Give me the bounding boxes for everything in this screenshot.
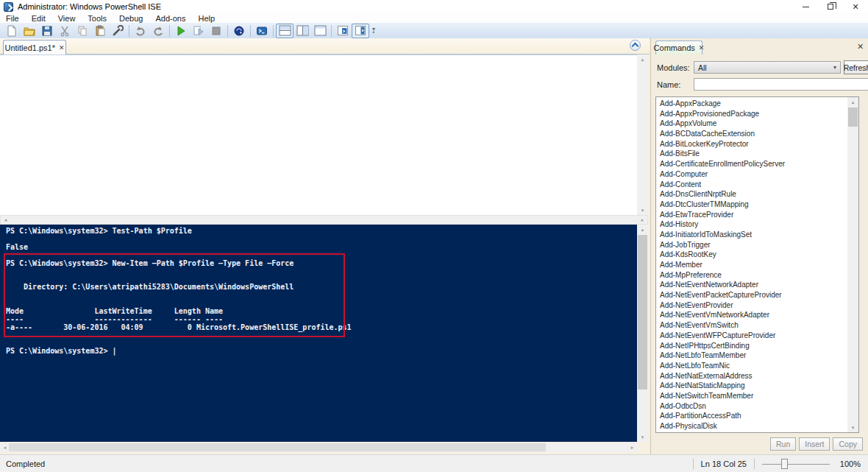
insert-button[interactable]: Insert xyxy=(799,437,830,451)
copy-button[interactable] xyxy=(74,24,91,38)
show-command-addon-button[interactable] xyxy=(352,24,369,38)
stop-operation-button[interactable] xyxy=(207,24,225,38)
command-item[interactable]: Add-Computer xyxy=(656,169,858,180)
save-button[interactable] xyxy=(38,24,56,38)
copy-command-button[interactable]: Copy xyxy=(833,437,863,451)
editor-vertical-scrollbar[interactable]: ▴ ▾ xyxy=(637,54,648,215)
command-item[interactable]: Add-NetLbfoTeamMember xyxy=(656,351,858,361)
minimize-button[interactable] xyxy=(793,0,818,13)
redo-button[interactable] xyxy=(149,24,167,38)
script-tab-close-icon[interactable]: ✕ xyxy=(59,44,65,52)
command-item[interactable]: Add-Member xyxy=(656,260,858,270)
console-vertical-scrollbar[interactable]: ▴ ▾ xyxy=(637,225,648,442)
command-item[interactable]: Add-BitsFile xyxy=(656,149,858,159)
menu-item[interactable]: Debug xyxy=(119,14,143,23)
close-button[interactable]: ✕ xyxy=(843,0,868,13)
scroll-right-icon[interactable]: ▸ xyxy=(638,215,647,225)
scroll-up-icon[interactable]: ▴ xyxy=(638,54,647,64)
commands-tab-close-icon[interactable]: ✕ xyxy=(699,44,705,52)
command-item[interactable]: Add-BCDataCacheExtension xyxy=(656,129,858,139)
show-script-pane-right-button[interactable] xyxy=(294,24,311,38)
script-tab[interactable]: Untitled1.ps1* ✕ xyxy=(3,40,66,54)
script-editor[interactable] xyxy=(0,54,637,215)
commands-tab[interactable]: Commands ✕ xyxy=(655,40,702,54)
toolbar-overflow-button[interactable]: ▾▪ xyxy=(372,28,375,34)
command-item[interactable]: Add-NetSwitchTeamMember xyxy=(656,391,858,401)
paste-button[interactable] xyxy=(91,24,109,38)
zoom-slider-track xyxy=(762,464,830,465)
open-script-button[interactable] xyxy=(21,24,38,38)
command-item[interactable]: Add-EtwTraceProvider xyxy=(656,210,858,220)
command-item[interactable]: Add-DnsClientNrptRule xyxy=(656,189,858,200)
name-input[interactable] xyxy=(694,78,868,91)
scroll-down-icon[interactable]: ▾ xyxy=(638,205,647,215)
commands-panel-close-icon[interactable]: ✕ xyxy=(857,42,864,52)
new-remote-powershell-tab-button[interactable] xyxy=(230,24,248,38)
modules-dropdown[interactable]: All ▾ xyxy=(694,61,841,74)
command-item[interactable]: Add-BitLockerKeyProtector xyxy=(656,139,858,149)
close-icon: ✕ xyxy=(852,2,858,12)
console-pane[interactable]: PS C:\Windows\system32> Test-Path $Profi… xyxy=(0,225,637,442)
undo-button[interactable] xyxy=(132,24,149,38)
scroll-down-icon[interactable]: ▾ xyxy=(638,432,647,442)
command-item[interactable]: Add-InitiatorIdToMaskingSet xyxy=(656,230,858,240)
console-horizontal-scrollbar[interactable]: ◂ ▸ xyxy=(0,443,637,452)
menu-item[interactable]: View xyxy=(58,14,76,23)
scroll-up-icon[interactable]: ▴ xyxy=(638,225,647,234)
command-item[interactable]: Add-NetIPHttpsCertBinding xyxy=(656,341,858,351)
command-item[interactable]: Add-OdbcDsn xyxy=(656,401,858,412)
console-vscroll-thumb[interactable] xyxy=(638,235,647,390)
command-item[interactable]: Add-NetEventVmSwitch xyxy=(656,320,858,331)
zoom-slider-thumb[interactable] xyxy=(781,459,788,469)
command-item[interactable]: Add-Content xyxy=(656,180,858,190)
new-script-button[interactable] xyxy=(3,24,21,38)
menu-item[interactable]: Tools xyxy=(88,14,107,23)
run-script-button[interactable] xyxy=(172,24,190,38)
menu-item[interactable]: Add-ons xyxy=(155,14,185,23)
console-hscroll-thumb[interactable] xyxy=(9,443,546,451)
command-item[interactable]: Add-DtcClusterTMMapping xyxy=(656,200,858,210)
start-powershell-button[interactable] xyxy=(253,24,271,38)
show-command-window-button[interactable] xyxy=(334,24,352,38)
command-item[interactable]: Add-History xyxy=(656,219,858,230)
command-item[interactable]: Add-NetLbfoTeamNic xyxy=(656,361,858,371)
menu-item[interactable]: Help xyxy=(198,14,215,23)
command-item[interactable]: Add-NetEventVmNetworkAdapter xyxy=(656,310,858,320)
command-item[interactable]: Add-AppxProvisionedPackage xyxy=(656,109,858,119)
command-item[interactable]: Add-AppxVolume xyxy=(656,119,858,129)
show-script-pane-top-button[interactable] xyxy=(276,24,294,38)
command-list-scrollbar[interactable]: ▴ ▾ xyxy=(847,97,858,432)
show-script-pane-maximized-button[interactable] xyxy=(311,24,329,38)
menu-item[interactable]: File xyxy=(6,14,19,23)
command-item[interactable]: Add-CertificateEnrollmentPolicyServer xyxy=(656,159,858,169)
command-item[interactable]: Add-NetEventProvider xyxy=(656,300,858,311)
command-item[interactable]: Add-NetEventPacketCaptureProvider xyxy=(656,290,858,300)
command-item[interactable]: Add-NetEventWFPCaptureProvider xyxy=(656,331,858,341)
command-item[interactable]: Add-NetEventNetworkAdapter xyxy=(656,280,858,290)
command-item[interactable]: Add-AppxPackage xyxy=(656,99,858,109)
scroll-right-icon[interactable]: ▸ xyxy=(627,443,637,452)
scroll-up-icon[interactable]: ▴ xyxy=(848,97,858,107)
command-item[interactable]: Add-JobTrigger xyxy=(656,240,858,250)
command-item[interactable]: Add-PartitionAccessPath xyxy=(656,411,858,421)
collapse-script-pane-button[interactable] xyxy=(630,40,641,51)
zoom-level: 100% xyxy=(837,459,861,468)
restore-button[interactable] xyxy=(818,0,843,13)
command-item[interactable]: Add-MpPreference xyxy=(656,270,858,281)
command-item[interactable]: Add-NetNatStaticMapping xyxy=(656,381,858,391)
run-selection-button[interactable] xyxy=(190,24,207,38)
scroll-left-icon[interactable]: ◂ xyxy=(1,215,10,225)
command-list-scroll-thumb[interactable] xyxy=(848,108,858,127)
zoom-slider[interactable] xyxy=(762,458,830,470)
run-selection-icon xyxy=(193,25,204,37)
cut-button[interactable] xyxy=(56,24,74,38)
command-item[interactable]: Add-NetNatExternalAddress xyxy=(656,371,858,381)
run-button[interactable]: Run xyxy=(770,437,796,451)
menu-item[interactable]: Edit xyxy=(32,14,46,23)
clear-console-button[interactable] xyxy=(109,24,127,38)
command-item[interactable]: Add-PhysicalDisk xyxy=(656,421,858,432)
refresh-button[interactable]: Refresh xyxy=(844,60,868,74)
editor-horizontal-scrollbar[interactable]: ◂ ▸ xyxy=(0,215,648,225)
scroll-down-icon[interactable]: ▾ xyxy=(848,423,858,432)
command-item[interactable]: Add-KdsRootKey xyxy=(656,250,858,260)
